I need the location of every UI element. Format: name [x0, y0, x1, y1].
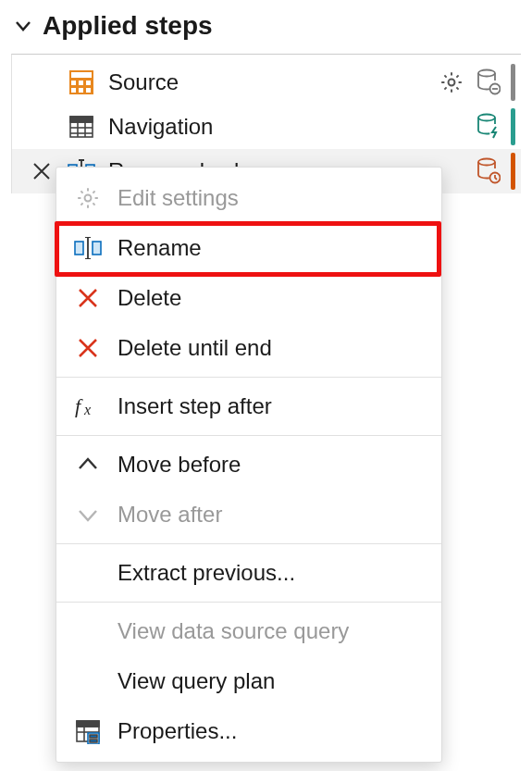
svg-point-19: [478, 115, 495, 121]
svg-rect-36: [90, 740, 97, 742]
menu-label: Edit settings: [118, 185, 239, 211]
context-menu: Edit settings Rename Delete Delete until…: [56, 167, 442, 763]
svg-rect-25: [75, 242, 83, 255]
gear-icon: [73, 183, 103, 213]
blank-icon: [73, 666, 103, 696]
x-icon: [73, 283, 103, 313]
menu-delete-until-end[interactable]: Delete until end: [56, 323, 441, 373]
menu-extract-previous[interactable]: Extract previous...: [56, 548, 441, 598]
svg-point-8: [449, 80, 455, 86]
blank-icon: [73, 616, 103, 646]
svg-point-22: [478, 159, 495, 166]
svg-rect-33: [77, 721, 99, 727]
database-bolt-icon: [474, 112, 503, 142]
svg-rect-26: [93, 242, 101, 255]
menu-move-after: Move after: [56, 490, 441, 540]
chevron-down-icon: [73, 500, 103, 529]
database-minus-icon: [474, 68, 503, 97]
svg-rect-5: [71, 88, 76, 93]
menu-view-query-plan[interactable]: View query plan: [56, 656, 441, 706]
menu-delete[interactable]: Delete: [56, 273, 441, 323]
properties-icon: [73, 716, 103, 746]
svg-rect-3: [79, 81, 83, 85]
menu-properties[interactable]: Properties...: [56, 706, 441, 756]
menu-edit-settings: Edit settings: [56, 173, 441, 223]
blank-icon: [73, 558, 103, 588]
panel-title: Applied steps: [43, 11, 213, 41]
menu-label: Insert step after: [118, 393, 272, 419]
svg-rect-35: [90, 735, 97, 738]
step-row-navigation[interactable]: Navigation: [12, 105, 521, 149]
menu-insert-step-after[interactable]: f x Insert step after: [56, 381, 441, 431]
menu-label: View data source query: [118, 618, 349, 644]
status-bar-teal: [511, 108, 515, 145]
table-icon: [68, 113, 95, 141]
database-clock-icon: [474, 156, 503, 186]
menu-move-before[interactable]: Move before: [56, 440, 441, 490]
svg-rect-1: [71, 72, 92, 78]
menu-rename[interactable]: Rename: [56, 223, 441, 273]
step-row-source[interactable]: Source: [12, 60, 521, 105]
menu-label: Extract previous...: [118, 560, 295, 586]
source-icon: [68, 68, 95, 96]
step-label: Source: [108, 69, 424, 95]
menu-separator: [56, 377, 441, 378]
svg-rect-4: [86, 81, 91, 85]
menu-separator: [56, 435, 441, 436]
menu-label: Delete until end: [118, 335, 272, 361]
svg-point-24: [85, 195, 92, 202]
menu-label: Delete: [118, 285, 181, 311]
menu-separator: [56, 602, 441, 603]
menu-label: Properties...: [118, 718, 237, 744]
status-bar-orange: [511, 153, 515, 190]
status-bar-gray: [511, 64, 515, 101]
chevron-down-icon: [13, 16, 33, 36]
applied-steps-header[interactable]: Applied steps: [11, 7, 521, 54]
x-icon: [73, 333, 103, 363]
svg-text:x: x: [83, 402, 91, 417]
menu-separator: [56, 543, 441, 544]
step-label: Navigation: [108, 114, 461, 140]
menu-label: Move after: [118, 502, 222, 528]
menu-label: Move before: [118, 452, 241, 478]
menu-view-data-source-query: View data source query: [56, 606, 441, 656]
svg-rect-18: [70, 117, 93, 122]
menu-label: View query plan: [118, 668, 275, 694]
delete-step-x-icon[interactable]: [29, 161, 55, 181]
svg-rect-2: [71, 81, 76, 85]
svg-point-9: [478, 70, 495, 77]
chevron-up-icon: [73, 450, 103, 479]
rename-icon: [73, 233, 103, 263]
menu-label: Rename: [118, 235, 202, 261]
svg-text:f: f: [75, 394, 83, 417]
svg-rect-6: [79, 88, 83, 93]
gear-icon[interactable]: [437, 68, 466, 97]
svg-rect-7: [86, 88, 91, 93]
fx-icon: f x: [73, 392, 103, 421]
